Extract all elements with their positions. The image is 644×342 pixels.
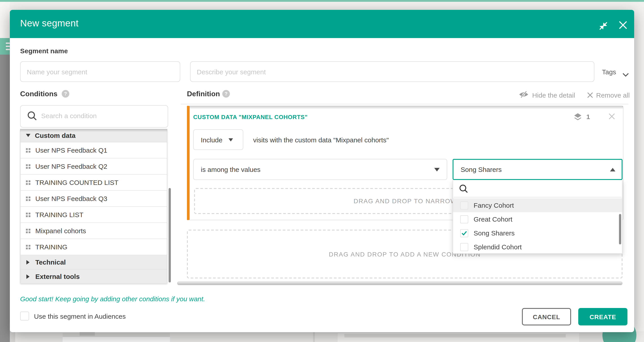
remove-all-x-icon[interactable]: [587, 92, 593, 100]
cohort-option-label: Great Cohort: [474, 215, 512, 223]
eye-slash-icon: [519, 91, 528, 98]
checkbox[interactable]: [460, 229, 468, 237]
include-label: Include: [201, 136, 222, 143]
hide-detail-label[interactable]: Hide the detail: [532, 91, 575, 99]
cohort-option[interactable]: Splendid Cohort: [453, 240, 622, 254]
condition-layer-count: 1: [586, 113, 590, 120]
values-select[interactable]: Song Sharers: [452, 159, 622, 180]
condition-item[interactable]: User NPS Feedback Q3: [20, 191, 167, 207]
definition-help-icon[interactable]: ?: [222, 90, 230, 98]
cohort-option[interactable]: Fancy Cohort: [453, 198, 622, 212]
values-select-value: Song Sharers: [461, 166, 502, 173]
modal-header: [10, 10, 634, 38]
drag-handle-icon[interactable]: [26, 179, 30, 186]
definition-horizontal-scrollbar[interactable]: [177, 281, 622, 285]
tags-chevron-down-icon[interactable]: [622, 71, 629, 79]
condition-item[interactable]: Mixpanel cohorts: [20, 223, 167, 239]
tags-label: Tags: [602, 68, 616, 76]
condition-item-label: TRAINING COUNTED LIST: [35, 179, 118, 186]
conditions-help-icon[interactable]: ?: [62, 90, 69, 98]
cancel-button[interactable]: CANCEL: [522, 308, 571, 325]
background-header-strip: [0, 2, 10, 38]
dropdown-arrow-up-icon: [610, 168, 616, 171]
modal-title: New segment: [20, 18, 78, 29]
condition-item-label: TRAINING LIST: [35, 211, 84, 218]
background-sidebar: [0, 55, 10, 342]
encouragement-message: Good start! Keep going by adding other c…: [20, 295, 205, 303]
cohort-option-label: Fancy Cohort: [474, 201, 514, 209]
include-dropdown[interactable]: Include: [193, 129, 243, 150]
chevron-collapsed-icon: [26, 260, 30, 264]
dropdown-search-icon[interactable]: [459, 184, 469, 196]
condition-sentence: visits with the custom data "Mixpanel co…: [253, 136, 389, 144]
check-icon: [462, 231, 466, 235]
background-menu-toggle: [0, 38, 10, 55]
condition-item-label: User NPS Feedback Q1: [35, 146, 107, 154]
chevron-collapsed-icon: [26, 274, 30, 279]
cohort-option-label: Song Sharers: [474, 229, 514, 237]
drag-handle-icon[interactable]: [26, 227, 30, 235]
conditions-scrollbar[interactable]: [168, 188, 171, 282]
cohort-option[interactable]: Song Sharers: [453, 226, 622, 240]
narrow-drop-hint: DRAG AND DROP TO NARROW: [354, 197, 456, 205]
drag-handle-icon[interactable]: [26, 211, 30, 218]
checkbox[interactable]: [460, 201, 468, 209]
audiences-checkbox-label: Use this segment in Audiences: [34, 312, 126, 320]
hide-detail-button[interactable]: [519, 91, 528, 100]
collapse-icon[interactable]: [598, 21, 608, 33]
segment-name-label: Segment name: [20, 47, 68, 55]
create-button[interactable]: CREATE: [578, 308, 628, 325]
condition-item-label: Mixpanel cohorts: [35, 227, 86, 235]
conditions-heading: Conditions: [20, 90, 58, 98]
background-column: [10, 331, 15, 342]
group-technical[interactable]: Technical: [20, 255, 167, 269]
cohort-option-label: Splendid Cohort: [474, 243, 522, 251]
condition-item[interactable]: TRAINING COUNTED LIST: [20, 175, 167, 191]
close-icon[interactable]: [618, 20, 628, 32]
dropdown-arrow-icon: [229, 138, 233, 141]
dropdown-arrow-icon: [434, 168, 440, 171]
condition-close-icon[interactable]: [608, 113, 616, 122]
condition-item[interactable]: TRAINING LIST: [20, 207, 167, 223]
segment-name-input[interactable]: [20, 61, 180, 82]
hamburger-icon: [6, 43, 10, 44]
drag-handle-icon[interactable]: [26, 146, 30, 154]
layers-icon: [573, 112, 582, 123]
drag-handle-icon[interactable]: [26, 163, 30, 170]
checkbox[interactable]: [460, 243, 468, 251]
dropdown-scrollbar[interactable]: [619, 214, 621, 244]
condition-item-label: User NPS Feedback Q2: [35, 163, 107, 170]
conditions-list: Custom data User NPS Feedback Q1 User NP…: [20, 129, 167, 283]
drag-handle-icon[interactable]: [26, 243, 30, 251]
operator-value: is among the values: [201, 166, 434, 173]
group-external-tools[interactable]: External tools: [20, 269, 167, 283]
remove-all-label[interactable]: Remove all: [596, 91, 630, 99]
drag-handle-icon[interactable]: [26, 195, 30, 202]
search-icon: [27, 111, 38, 123]
tags-dropdown[interactable]: Tags: [602, 68, 616, 76]
segment-description-input[interactable]: [190, 61, 594, 82]
operator-select[interactable]: is among the values: [193, 159, 447, 180]
definition-heading: Definition: [187, 90, 220, 98]
condition-item[interactable]: TRAINING: [20, 239, 167, 255]
screen: New segment Segment name Tags Conditions…: [0, 0, 644, 342]
condition-card-title: CUSTOM DATA "MIXPANEL COHORTS": [193, 114, 308, 120]
audiences-checkbox[interactable]: [20, 311, 29, 320]
condition-search-placeholder: Search a condition: [41, 112, 97, 120]
condition-item[interactable]: User NPS Feedback Q2: [20, 158, 167, 175]
chevron-expanded-icon: [26, 134, 30, 137]
condition-item[interactable]: User NPS Feedback Q1: [20, 142, 167, 158]
page-top-accent-bar: [0, 0, 644, 2]
checkbox[interactable]: [460, 215, 468, 223]
condition-item-label: User NPS Feedback Q3: [35, 195, 107, 202]
cohort-option[interactable]: Great Cohort: [453, 212, 622, 226]
condition-item-label: TRAINING: [35, 243, 67, 251]
